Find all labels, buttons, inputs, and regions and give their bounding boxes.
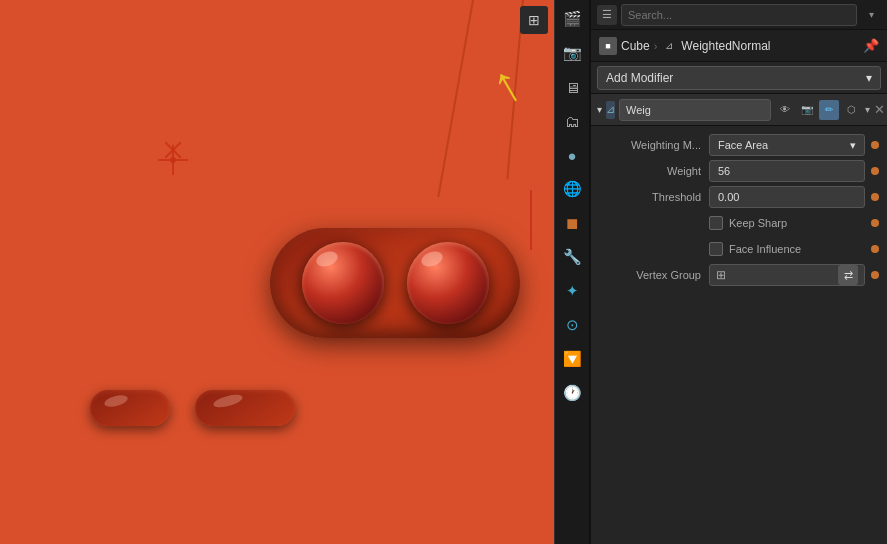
modifier-header: ▾ ⊿ 👁 📷 ✏ ⬡ ▾ ✕ ⋮	[591, 94, 887, 126]
sidebar-icon-view-layer[interactable]: 🗂	[557, 106, 587, 136]
vertex-group-label: Vertex Group	[599, 269, 709, 281]
face-influence-label: Face Influence	[729, 243, 801, 255]
modifier-cage-icon[interactable]: ⬡	[841, 100, 861, 120]
sidebar-icon-constraints[interactable]: 🔽	[557, 344, 587, 374]
sidebar-icon-physics[interactable]: ⊙	[557, 310, 587, 340]
modifier-collapse-arrow[interactable]: ▾	[597, 104, 602, 115]
add-modifier-dropdown-icon: ▾	[866, 71, 872, 85]
cube-icon: ■	[599, 37, 617, 55]
weighting-mode-dropdown: ▾	[850, 139, 856, 152]
modifier-realtime-icon[interactable]: 👁	[775, 100, 795, 120]
modifier-close-button[interactable]: ✕	[874, 102, 885, 117]
modifier-icon-row: 👁 📷 ✏ ⬡	[775, 100, 861, 120]
keep-sharp-dot	[871, 219, 879, 227]
add-modifier-row: Add Modifier ▾	[591, 62, 887, 94]
weighting-mode-text: Face Area	[718, 139, 768, 151]
weight-dot	[871, 167, 879, 175]
weighting-mode-row: Weighting M... Face Area ▾	[591, 132, 887, 158]
red-edge-indicator	[530, 190, 532, 250]
sidebar-icon-world[interactable]: 🌐	[557, 174, 587, 204]
face-influence-row: Face Influence	[591, 236, 887, 262]
vertex-swap-icon: ⇄	[844, 269, 853, 282]
sidebar-icon-scene-props[interactable]: ●	[557, 140, 587, 170]
lens-right	[407, 242, 489, 324]
double-lens-object	[270, 228, 520, 338]
weighting-mode-value[interactable]: Face Area ▾	[709, 134, 865, 156]
threshold-value[interactable]: 0.00	[709, 186, 865, 208]
keep-sharp-checkbox[interactable]	[709, 216, 723, 230]
sidebar-icon-render[interactable]: 📷	[557, 38, 587, 68]
modifier-editmode-icon[interactable]: ✏	[819, 100, 839, 120]
weighting-mode-label: Weighting M...	[599, 139, 709, 151]
weight-label: Weight	[599, 165, 709, 177]
pill-button-left	[90, 390, 170, 426]
properties-menu-btn[interactable]: ☰	[597, 5, 617, 25]
add-modifier-button[interactable]: Add Modifier ▾	[597, 66, 881, 90]
weighting-mode-dot	[871, 141, 879, 149]
weight-row: Weight 56	[591, 158, 887, 184]
sidebar-icon-object[interactable]: ◼	[557, 208, 587, 238]
sidebar-icon-output[interactable]: 🖥	[557, 72, 587, 102]
add-modifier-label: Add Modifier	[606, 71, 673, 85]
vertex-grid-icon: ⊞	[716, 268, 726, 282]
face-influence-checkbox[interactable]	[709, 242, 723, 256]
properties-topbar: ☰ ▾	[591, 0, 887, 30]
vertex-group-dot	[871, 271, 879, 279]
breadcrumb-cube-label[interactable]: Cube	[621, 39, 650, 53]
keep-sharp-label: Keep Sharp	[729, 217, 787, 229]
crosshair-center-dot	[170, 157, 176, 163]
face-influence-dot	[871, 245, 879, 253]
vertex-group-input[interactable]: ⊞ ⇄	[709, 264, 865, 286]
properties-search-input[interactable]	[621, 4, 857, 26]
modifier-render-icon[interactable]: 📷	[797, 100, 817, 120]
breadcrumb-separator: ›	[654, 40, 658, 52]
threshold-row: Threshold 0.00	[591, 184, 887, 210]
lens-left	[302, 242, 384, 324]
breadcrumb-modifier-label[interactable]: WeightedNormal	[681, 39, 770, 53]
sidebar-icon-scene[interactable]: 🎬	[557, 4, 587, 34]
sidebar-icon-particles[interactable]: ✦	[557, 276, 587, 306]
threshold-label: Threshold	[599, 191, 709, 203]
modifier-dropdown-arrow[interactable]: ▾	[865, 104, 870, 115]
pill-button-right	[195, 390, 295, 426]
modifier-properties: Weighting M... Face Area ▾ Weight 56 Thr…	[591, 126, 887, 544]
keep-sharp-row: Keep Sharp	[591, 210, 887, 236]
viewport-grid-icon[interactable]: ⊞	[520, 6, 548, 34]
threshold-text: 0.00	[718, 191, 739, 203]
weight-text: 56	[718, 165, 730, 177]
pin-icon[interactable]: 📌	[863, 38, 879, 53]
icon-sidebar: 🎬 📷 🖥 🗂 ● 🌐 ◼ 🔧 ✦ ⊙ 🔽 🕐	[554, 0, 590, 544]
viewport-edge-line-1	[437, 0, 474, 197]
modifier-type-icon: ⊿	[606, 101, 615, 119]
properties-panel: ☰ ▾ ■ Cube › ⊿ WeightedNormal 📌 Add Modi…	[590, 0, 887, 544]
modifier-name-input[interactable]	[619, 99, 771, 121]
weighted-normal-icon: ⊿	[661, 38, 677, 54]
weight-value[interactable]: 56	[709, 160, 865, 182]
threshold-dot	[871, 193, 879, 201]
vertex-group-row: Vertex Group ⊞ ⇄	[591, 262, 887, 288]
vertex-swap-button[interactable]: ⇄	[838, 265, 858, 285]
properties-extra-btn[interactable]: ▾	[861, 5, 881, 25]
sidebar-icon-data[interactable]: 🕐	[557, 378, 587, 408]
sidebar-icon-modifier[interactable]: 🔧	[557, 242, 587, 272]
breadcrumb: ■ Cube › ⊿ WeightedNormal 📌	[591, 30, 887, 62]
viewport[interactable]: ⊞ ↑	[0, 0, 554, 544]
